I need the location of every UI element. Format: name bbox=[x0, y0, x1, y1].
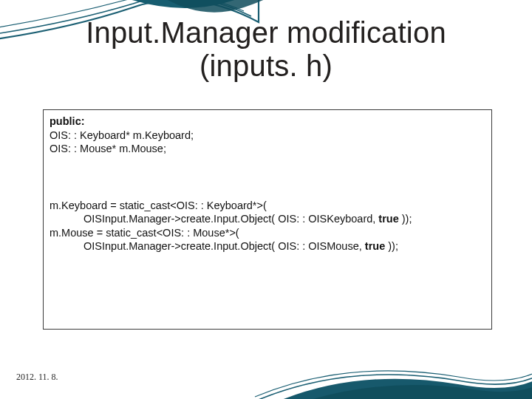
code-line: m.Mouse = static_cast<OIS: : Mouse*>( bbox=[50, 226, 485, 240]
code-line: OIS: : Keyboard* m.Keyboard; bbox=[50, 129, 485, 143]
bottom-decoration bbox=[0, 358, 532, 399]
slide-date: 2012. 11. 8. bbox=[16, 372, 58, 383]
code-line: OIS: : Mouse* m.Mouse; bbox=[50, 142, 485, 156]
slide-title: Input.Manager modification (inputs. h) bbox=[0, 16, 532, 83]
title-line-1: Input.Manager modification bbox=[86, 16, 446, 49]
code-box: public: OIS: : Keyboard* m.Keyboard; OIS… bbox=[43, 109, 492, 330]
code-line: OISInput.Manager->create.Input.Object( O… bbox=[50, 239, 485, 253]
code-line: public: bbox=[50, 115, 485, 129]
code-line: OISInput.Manager->create.Input.Object( O… bbox=[50, 212, 485, 226]
slide: Input.Manager modification (inputs. h) p… bbox=[0, 0, 532, 399]
title-line-2: (inputs. h) bbox=[200, 50, 332, 82]
code-line: m.Keyboard = static_cast<OIS: : Keyboard… bbox=[50, 199, 485, 213]
